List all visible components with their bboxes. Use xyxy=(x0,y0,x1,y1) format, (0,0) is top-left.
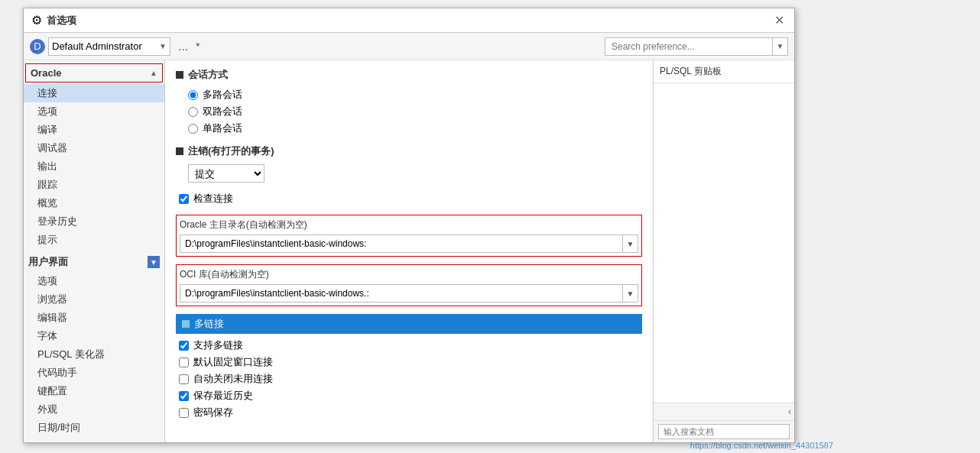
search-input[interactable] xyxy=(605,37,773,56)
sidebar-item-browser[interactable]: 浏览器 xyxy=(24,290,164,309)
save-password-row[interactable]: 密码保存 xyxy=(176,406,642,419)
oracle-expand-icon: ▲ xyxy=(150,69,157,77)
session-mode-bullet xyxy=(176,71,183,79)
check-connection-checkbox[interactable] xyxy=(179,194,189,204)
search-arrow[interactable]: ▼ xyxy=(773,37,788,56)
default-fixed-window-label: 默认固定窗口连接 xyxy=(193,355,273,369)
right-panel: PL/SQL 剪贴板 ‹ xyxy=(653,60,794,442)
oracle-home-label: Oracle 主目录名(自动检测为空) xyxy=(180,218,638,231)
main-area: Oracle ▲ 连接 选项 编译 调试器 输出 跟踪 概览 登录历史 提示 用… xyxy=(24,60,794,442)
save-password-checkbox[interactable] xyxy=(179,408,189,418)
scroll-left-icon[interactable]: ‹ xyxy=(788,406,791,417)
radio-multi-session[interactable]: 多路会话 xyxy=(188,88,642,102)
dialog-title: 首选项 xyxy=(47,14,771,28)
toolbar-dots[interactable]: ... xyxy=(175,40,191,53)
watermark: https://blog.csdn.net/weixin_44301587 xyxy=(690,441,833,450)
commit-row: 提交 回滚 询问 xyxy=(176,164,642,183)
sidebar-oracle-header[interactable]: Oracle ▲ xyxy=(25,63,163,83)
search-box: ▼ xyxy=(605,37,788,56)
right-panel-search xyxy=(654,420,794,442)
sidebar-window-header[interactable]: 窗口类型 ▼ xyxy=(24,440,164,442)
radio-single-session-label: 单路会话 xyxy=(203,121,242,135)
oracle-home-input[interactable] xyxy=(180,236,622,251)
title-bar: ⚙ 首选项 ✕ xyxy=(24,8,794,33)
sidebar-item-hint[interactable]: 提示 xyxy=(24,231,164,249)
session-mode-title: 会话方式 xyxy=(188,68,228,82)
commit-section: 注销(有打开的事务) 提交 回滚 询问 xyxy=(176,144,642,183)
profile-dropdown[interactable]: Default Adminstrator ▼ xyxy=(48,37,170,56)
toolbar-asterisk: * xyxy=(196,40,200,52)
oci-input[interactable] xyxy=(180,286,622,301)
right-panel-title: PL/SQL 剪贴板 xyxy=(654,60,794,83)
sidebar-item-appearance[interactable]: 外观 xyxy=(24,400,164,419)
radio-dual-session[interactable]: 双路会话 xyxy=(188,105,642,118)
sidebar-item-output[interactable]: 输出 xyxy=(24,157,164,176)
check-connection-row[interactable]: 检查连接 xyxy=(176,192,642,205)
oracle-home-input-row: ▼ xyxy=(180,235,638,253)
right-panel-search-input[interactable] xyxy=(658,424,790,439)
content-panel: 会话方式 多路会话 双路会话 单路会话 xyxy=(165,60,653,442)
session-mode-radio-group: 多路会话 双路会话 单路会话 xyxy=(176,88,642,135)
radio-single-session[interactable]: 单路会话 xyxy=(188,121,642,135)
save-recent-row[interactable]: 保存最近历史 xyxy=(176,389,642,403)
oracle-home-dropdown-arrow[interactable]: ▼ xyxy=(622,235,638,252)
oracle-label: Oracle xyxy=(31,67,61,79)
default-fixed-window-checkbox[interactable] xyxy=(179,358,189,367)
ui-label: 用户界面 xyxy=(28,255,68,269)
oci-label: OCI 库(自动检测为空) xyxy=(180,268,638,281)
support-multi-connect-row[interactable]: 支持多链接 xyxy=(176,338,642,352)
ui-expand-icon: ▼ xyxy=(148,256,160,268)
multi-connect-row[interactable]: 多链接 xyxy=(176,314,642,334)
session-mode-section: 会话方式 多路会话 双路会话 单路会话 xyxy=(176,68,642,135)
radio-dual-session-label: 双路会话 xyxy=(203,105,242,118)
sidebar-item-key-config[interactable]: 键配置 xyxy=(24,382,164,400)
sidebar-item-connect[interactable]: 连接 xyxy=(24,84,164,102)
sidebar-ui-header[interactable]: 用户界面 ▼ xyxy=(24,252,164,272)
sidebar-item-ui-options[interactable]: 选项 xyxy=(24,272,164,290)
dialog-icon: ⚙ xyxy=(31,13,42,28)
sidebar-item-login-history[interactable]: 登录历史 xyxy=(24,212,164,231)
sidebar-item-overview[interactable]: 概览 xyxy=(24,194,164,212)
sidebar-item-font[interactable]: 字体 xyxy=(24,327,164,345)
right-panel-scroll: ‹ xyxy=(654,403,794,420)
multi-connect-bullet xyxy=(182,320,190,328)
sidebar: Oracle ▲ 连接 选项 编译 调试器 输出 跟踪 概览 登录历史 提示 用… xyxy=(24,60,165,442)
auto-close-label: 自动关闭未用连接 xyxy=(193,372,273,386)
sidebar-item-editor[interactable]: 编辑器 xyxy=(24,309,164,327)
multi-connect-title: 多链接 xyxy=(194,317,224,331)
sidebar-item-code-assistant[interactable]: 代码助手 xyxy=(24,364,164,382)
profile-select: D Default Adminstrator ▼ xyxy=(30,37,170,56)
sidebar-item-compile[interactable]: 编译 xyxy=(24,121,164,139)
support-multi-connect-checkbox[interactable] xyxy=(179,341,189,351)
session-mode-header: 会话方式 xyxy=(176,68,642,82)
preferences-dialog: ⚙ 首选项 ✕ D Default Adminstrator ▼ ... * ▼… xyxy=(23,8,795,443)
save-recent-label: 保存最近历史 xyxy=(193,389,253,403)
commit-header: 注销(有打开的事务) xyxy=(176,144,642,158)
check-connection-label: 检查连接 xyxy=(193,192,233,205)
auto-close-checkbox[interactable] xyxy=(179,374,189,384)
default-fixed-window-row[interactable]: 默认固定窗口连接 xyxy=(176,355,642,369)
oci-section: OCI 库(自动检测为空) ▼ xyxy=(176,264,642,306)
toolbar: D Default Adminstrator ▼ ... * ▼ xyxy=(24,33,794,60)
sidebar-item-datetime[interactable]: 日期/时间 xyxy=(24,419,164,437)
commit-bullet xyxy=(176,147,183,155)
commit-select[interactable]: 提交 回滚 询问 xyxy=(188,164,264,183)
close-button[interactable]: ✕ xyxy=(771,13,787,28)
oracle-home-section: Oracle 主目录名(自动检测为空) ▼ xyxy=(176,215,642,257)
sidebar-item-trace[interactable]: 跟踪 xyxy=(24,176,164,194)
sidebar-item-debugger[interactable]: 调试器 xyxy=(24,139,164,157)
sidebar-item-options[interactable]: 选项 xyxy=(24,102,164,121)
sidebar-item-plsql-beautifier[interactable]: PL/SQL 美化器 xyxy=(24,345,164,364)
check-connection-section: 检查连接 xyxy=(176,192,642,205)
save-password-label: 密码保存 xyxy=(193,406,233,419)
oci-input-row: ▼ xyxy=(180,284,638,303)
commit-title: 注销(有打开的事务) xyxy=(188,144,274,158)
right-panel-content xyxy=(654,83,794,403)
radio-multi-session-label: 多路会话 xyxy=(203,88,242,102)
oci-dropdown-arrow[interactable]: ▼ xyxy=(622,285,638,302)
save-recent-checkbox[interactable] xyxy=(179,391,189,401)
auto-close-row[interactable]: 自动关闭未用连接 xyxy=(176,372,642,386)
profile-icon: D xyxy=(30,39,45,54)
support-multi-connect-label: 支持多链接 xyxy=(193,338,243,352)
